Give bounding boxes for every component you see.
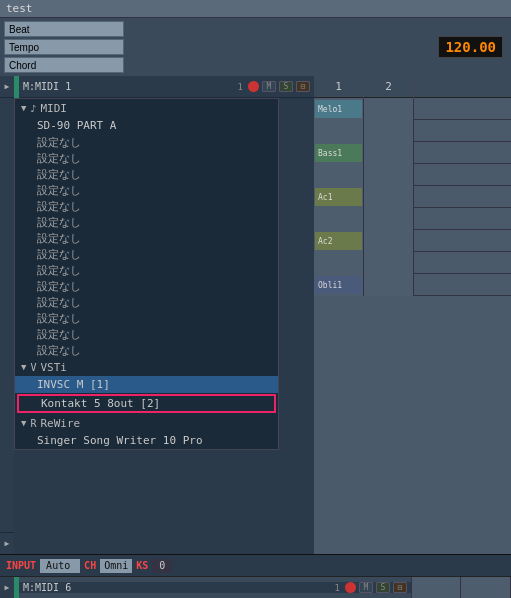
track1-rec-btn[interactable] [248,81,259,92]
dropdown-item-6[interactable]: 設定なし [15,214,278,230]
dropdown-item-4[interactable]: 設定なし [15,182,278,198]
dropdown-invsc[interactable]: INVSC M [1] [15,376,278,393]
track1-number: 1 [238,82,243,92]
grid-cell-3-1: Bass1 [314,142,364,164]
dropdown-item-9[interactable]: 設定なし [15,262,278,278]
dropdown-item-8[interactable]: 設定なし [15,246,278,262]
vsti-arrow: ▼ [21,362,26,372]
grid-cell-7-1: Ac2 [314,230,364,252]
input-value[interactable]: Auto [40,559,80,573]
track6-m-btn[interactable]: M [359,582,373,593]
grid-row-9: Obli1 [314,274,511,296]
grid-cell-2-1 [314,120,364,142]
ch-value[interactable]: Omni [100,559,132,573]
midi-section-header[interactable]: ▼ ♪ MIDI [15,99,278,117]
tempo-button[interactable]: Tempo [4,39,124,55]
track6-strip: ▶ [0,577,14,599]
track1-s-btn[interactable]: S [279,81,293,92]
left-strip: ▶ ▶ [0,76,14,554]
track6-number: 1 [335,583,340,593]
grid-panel: 1 2 Melo1 Bass1 [314,76,511,554]
rewire-icon: R [30,418,36,429]
midi-icon: ♪ [30,103,36,114]
track6-fold-btn[interactable]: ⊟ [393,582,407,593]
ks-value[interactable]: 0 [152,559,172,573]
dropdown-item-13[interactable]: 設定なし [15,326,278,342]
dropdown-item-3[interactable]: 設定なし [15,166,278,182]
chord-button[interactable]: Chord [4,57,124,73]
ac1-block[interactable]: Ac1 [315,188,362,206]
dropdown-singer[interactable]: Singer Song Writer 10 Pro [15,432,278,449]
grid-row-8 [314,252,511,274]
track6-content: M:MIDI 6 1 M S ⊟ [19,582,411,593]
track6-rec-btn[interactable] [345,582,356,593]
vsti-section-header[interactable]: ▼ V VSTi [15,358,278,376]
dropdown-item-2[interactable]: 設定なし [15,150,278,166]
track6-s-btn[interactable]: S [376,582,390,593]
grid-row-7: Ac2 [314,230,511,252]
rewire-section-header[interactable]: ▼ R ReWire [15,414,278,432]
ks-label: KS [136,560,148,571]
grid-cell-5-1: Ac1 [314,186,364,208]
ch-label: CH [84,560,96,571]
grid-row-6 [314,208,511,230]
midi-arrow: ▼ [21,103,26,113]
grid-row-5: Ac1 [314,186,511,208]
strip-spacer [0,98,14,532]
grid-header-col1: 1 [314,76,364,98]
midi-dropdown-menu[interactable]: ▼ ♪ MIDI SD-90 PART A 設定なし 設定なし 設定なし 設定な… [14,98,279,450]
track1-m-btn[interactable]: M [262,81,276,92]
grid-header-col2: 2 [364,76,414,98]
grid-cell-9-1: Obli1 [314,274,364,296]
dropdown-item-1[interactable]: 設定なし [15,134,278,150]
midi-label: MIDI [40,102,67,115]
strip-track1-play[interactable]: ▶ [0,76,14,98]
grid-row-2 [314,120,511,142]
ac2-block[interactable]: Ac2 [315,232,362,250]
dropdown-sd90[interactable]: SD-90 PART A [15,117,278,134]
grid-col-headers: 1 2 [314,76,511,98]
dropdown-item-11[interactable]: 設定なし [15,294,278,310]
grid-row-1: Melo1 [314,98,511,120]
dropdown-item-5[interactable]: 設定なし [15,198,278,214]
track6-row: ▶ M:MIDI 6 1 M S ⊟ [0,576,511,598]
track1-row: M:MIDI 1 1 M S ⊟ [14,76,314,98]
vsti-icon: V [30,362,36,373]
tracks-panel: M:MIDI 1 1 M S ⊟ ▼ ♪ MIDI SD-90 [14,76,314,554]
input-label: INPUT [6,560,36,571]
track1-name: M:MIDI 1 [23,81,235,92]
strip-track6-play[interactable]: ▶ [0,532,14,554]
rewire-label: ReWire [40,417,80,430]
dropdown-item-7[interactable]: 設定なし [15,230,278,246]
main-content: M:MIDI 1 1 M S ⊟ ▼ ♪ MIDI SD-90 [14,76,511,554]
dropdown-item-10[interactable]: 設定なし [15,278,278,294]
grid-row-3: Bass1 [314,142,511,164]
track1-fold-btn[interactable]: ⊟ [296,81,310,92]
vsti-label: VSTi [40,361,67,374]
track1-content: M:MIDI 1 1 M S ⊟ [19,81,314,92]
track6-grid [411,577,511,599]
bottom-bar: INPUT Auto CH Omni KS 0 [0,554,511,576]
grid-cell-1-2 [364,98,414,120]
track6-name: M:MIDI 6 [23,582,332,593]
grid-cell-3-2 [364,142,414,164]
grid-cell-1-1: Melo1 [314,98,364,120]
melo1-block[interactable]: Melo1 [315,100,362,118]
tempo-display-area: 120.00 [411,18,511,76]
obli1-block[interactable]: Obli1 [315,276,362,294]
beat-button[interactable]: Beat [4,21,124,37]
grid-row-4 [314,164,511,186]
dropdown-kontakt[interactable]: Kontakt 5 8out [2] [17,394,276,413]
grid-cell-2-2 [364,120,414,142]
dropdown-item-12[interactable]: 設定なし [15,310,278,326]
tempo-value: 120.00 [438,36,503,58]
dropdown-item-14[interactable]: 設定なし [15,342,278,358]
bass1-block[interactable]: Bass1 [315,144,362,162]
window-title: test [6,2,33,15]
rewire-arrow: ▼ [21,418,26,428]
title-bar: test [0,0,511,18]
